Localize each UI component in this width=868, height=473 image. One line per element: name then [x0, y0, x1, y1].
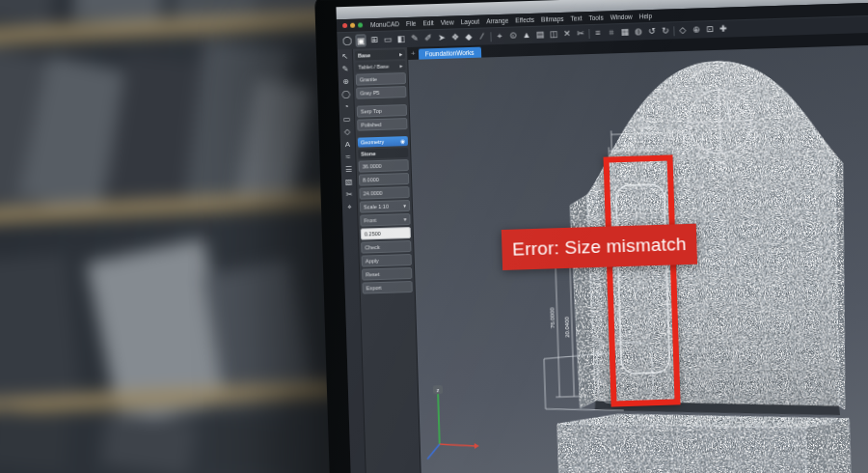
- toolbar-button-icon[interactable]: ◆: [463, 31, 474, 43]
- y-axis: [427, 444, 440, 459]
- toolbar-button-icon[interactable]: ⊙: [507, 29, 518, 42]
- panel-row[interactable]: Reset: [362, 267, 412, 281]
- book: [0, 253, 79, 407]
- panel-row[interactable]: Geometry ◉: [358, 136, 408, 148]
- tool-button-icon[interactable]: A: [345, 140, 351, 149]
- menu-item[interactable]: Layout: [461, 18, 480, 26]
- tool-button-icon[interactable]: ⌖: [347, 203, 352, 211]
- panel-row[interactable]: 36.0000: [359, 159, 409, 173]
- menu-item[interactable]: MonuCAD: [370, 20, 399, 28]
- menu-item[interactable]: Edit: [422, 19, 433, 26]
- panel-row[interactable]: Polished: [357, 118, 407, 131]
- panel-row[interactable]: Base ▸: [355, 49, 405, 61]
- z-axis-label: z: [436, 387, 439, 393]
- menu-item[interactable]: Help: [639, 13, 653, 19]
- toolbar-button-icon[interactable]: ◯: [341, 35, 352, 47]
- panel-row-aux: ▾: [403, 201, 406, 210]
- menu-item[interactable]: View: [441, 18, 454, 25]
- toolbar-button-icon[interactable]: ⊡: [704, 23, 715, 36]
- panel-row[interactable]: [357, 99, 407, 104]
- dim-height-inner: 20.0400: [564, 316, 571, 338]
- panel-row-label: 36.0000: [363, 161, 382, 172]
- toolbar-button-icon[interactable]: ▦: [619, 26, 630, 39]
- panel-row-label: Base: [358, 50, 370, 60]
- add-tab-button[interactable]: +: [411, 47, 416, 60]
- toolbar-button-icon[interactable]: ✐: [422, 32, 433, 44]
- panel-row-label: Geometry: [361, 137, 384, 148]
- toolbar-button-icon[interactable]: ✂: [575, 27, 585, 40]
- zoom-window-button[interactable]: [358, 22, 363, 27]
- panel-row[interactable]: [358, 131, 408, 136]
- monitor: MonuCADFileEditViewLayoutArrangeEffectsB…: [314, 0, 868, 473]
- tool-button-icon[interactable]: ✂: [346, 190, 353, 199]
- menu-item[interactable]: Effects: [515, 16, 534, 24]
- toolbar-button-icon[interactable]: [490, 32, 491, 42]
- panel-row[interactable]: Apply: [362, 254, 412, 267]
- toolbar-button-icon[interactable]: ⊞: [368, 34, 379, 46]
- panel-row[interactable]: Serp Top: [357, 104, 407, 118]
- panel-row[interactable]: Export: [362, 281, 412, 294]
- panel-row-aux: ▸: [399, 49, 402, 59]
- tool-button-icon[interactable]: ↖: [341, 52, 348, 61]
- panel-row[interactable]: Tablet / Base ▸: [355, 61, 405, 72]
- toolbar-button-icon[interactable]: ∕: [476, 30, 487, 42]
- toolbar-button-icon[interactable]: ≡: [592, 27, 603, 40]
- panel-row[interactable]: Front ▾: [360, 213, 410, 227]
- base-right-side-face: [805, 419, 851, 473]
- menu-item[interactable]: Text: [570, 14, 582, 21]
- canvas-column: + FoundationWorks: [408, 29, 868, 473]
- close-window-button[interactable]: [342, 23, 347, 28]
- z-axis: [438, 394, 440, 444]
- tool-button-icon[interactable]: ▧: [345, 178, 353, 186]
- toolbar-button-icon[interactable]: [588, 29, 589, 39]
- tool-button-icon[interactable]: ✎: [342, 65, 349, 73]
- toolbar-button-icon[interactable]: ◫: [548, 28, 558, 41]
- panel-row[interactable]: Granite: [356, 72, 406, 86]
- menu-item[interactable]: Arrange: [486, 17, 508, 25]
- toolbar-button-icon[interactable]: ◧: [395, 33, 406, 45]
- panel-row-label: Check: [365, 242, 380, 252]
- tool-button-icon[interactable]: ≈: [346, 153, 351, 161]
- toolbar-button-icon[interactable]: ▤: [534, 29, 545, 42]
- panel-row[interactable]: Gray P5: [356, 86, 406, 99]
- tool-button-icon[interactable]: ◯: [341, 90, 350, 98]
- toolbar-button-icon[interactable]: ▭: [382, 33, 393, 45]
- menu-item[interactable]: Bitmaps: [541, 15, 564, 23]
- panel-row-aux: ▾: [404, 214, 407, 224]
- toolbar-button-icon[interactable]: ⌗: [606, 26, 616, 39]
- menu-item[interactable]: Window: [610, 14, 633, 21]
- panel-row-label: Polished: [361, 120, 381, 130]
- toolbar-button-icon[interactable]: ↻: [660, 24, 670, 37]
- toolbar-button-icon[interactable]: ✎: [409, 33, 420, 45]
- menu-item[interactable]: Tools: [588, 14, 603, 21]
- panel-row[interactable]: Scale 1:10 ▾: [360, 200, 410, 213]
- toolbar-button-icon[interactable]: [673, 26, 674, 36]
- minimize-window-button[interactable]: [350, 23, 355, 28]
- toolbar-button-icon[interactable]: ◇: [677, 24, 688, 37]
- panel-row[interactable]: Stone: [358, 148, 408, 159]
- panel-row[interactable]: 0.2500: [361, 227, 411, 240]
- toolbar-button-icon[interactable]: ⌖: [494, 30, 504, 42]
- toolbar-button-icon[interactable]: ❖: [449, 31, 460, 43]
- tool-button-icon[interactable]: ⊕: [342, 77, 349, 86]
- panel-row[interactable]: 8.0000: [359, 173, 409, 186]
- panel-row-label: Scale 1:10: [364, 202, 389, 212]
- panel-row-label: Gray P5: [360, 88, 379, 98]
- toolbar-button-icon[interactable]: ⊕: [691, 23, 701, 36]
- tool-button-icon[interactable]: ▭: [343, 115, 351, 124]
- toolbar-button-icon[interactable]: ✕: [561, 28, 572, 41]
- toolbar-button-icon[interactable]: ◍: [633, 25, 643, 38]
- 3d-viewport[interactable]: 1400 240 76.0000 20.0400: [408, 42, 868, 473]
- toolbar-button-icon[interactable]: ▣: [355, 34, 366, 46]
- toolbar-button-icon[interactable]: ➤: [436, 32, 447, 44]
- tool-button-icon[interactable]: ◇: [344, 127, 350, 136]
- menu-item[interactable]: File: [406, 20, 417, 27]
- panel-row[interactable]: 24.0000: [359, 186, 409, 200]
- toolbar-button-icon[interactable]: ▲: [521, 29, 531, 42]
- toolbar-button-icon[interactable]: ✚: [718, 23, 728, 36]
- panel-row[interactable]: Check: [361, 240, 411, 254]
- tool-button-icon[interactable]: ◔: [344, 102, 349, 111]
- panel-row-label: Front: [364, 215, 376, 225]
- toolbar-button-icon[interactable]: ↺: [646, 25, 657, 38]
- tool-button-icon[interactable]: ☰: [345, 165, 352, 174]
